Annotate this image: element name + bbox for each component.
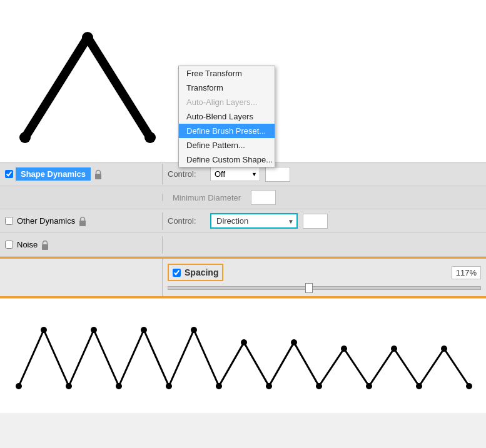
bottom-canvas (0, 298, 486, 413)
svg-point-24 (416, 383, 422, 389)
spacing-inner: Spacing 117% (0, 259, 486, 296)
spacing-slider-thumb[interactable] (305, 283, 313, 293)
shape-dynamics-label: Shape Dynamics (21, 169, 86, 179)
other-dynamics-left: Other Dynamics (0, 212, 163, 230)
min-diameter-input[interactable] (251, 190, 276, 205)
svg-point-16 (216, 383, 222, 389)
svg-point-19 (291, 339, 297, 346)
min-diameter-label: Minimum Diameter (168, 191, 246, 205)
spacing-left-panel (0, 259, 163, 296)
shape-dynamics-lock-icon (93, 169, 103, 179)
context-menu: Free Transform Transform Auto-Align Laye… (178, 66, 275, 167)
svg-point-11 (91, 327, 97, 333)
svg-point-21 (341, 346, 347, 352)
noise-right (163, 241, 486, 249)
spacing-slider-track (168, 286, 481, 290)
svg-rect-6 (79, 221, 86, 226)
control-top-label: Control: (168, 169, 205, 179)
svg-point-14 (166, 383, 172, 389)
svg-point-4 (144, 132, 156, 143)
svg-point-15 (191, 327, 197, 333)
spacing-section: Spacing 117% (0, 257, 486, 298)
spacing-slider-container (168, 286, 481, 290)
svg-point-20 (316, 383, 322, 389)
svg-point-3 (82, 32, 93, 43)
other-dynamics-checkbox[interactable] (5, 217, 13, 225)
noise-label: Noise (17, 240, 38, 249)
brush-panel: Shape Dynamics Control: Off ▼ Minimum Di… (0, 162, 486, 257)
control-top-dropdown[interactable]: Off ▼ (210, 167, 260, 181)
shape-dynamics-checkbox[interactable] (5, 170, 13, 178)
svg-point-10 (66, 383, 72, 389)
other-dynamics-right: Control: Direction ▼ (163, 209, 486, 232)
control-top-input[interactable] (265, 167, 290, 182)
menu-item-define-shape[interactable]: Define Custom Shape... (179, 152, 275, 167)
noise-row: Noise (0, 233, 486, 257)
spacing-checkbox[interactable] (173, 269, 181, 277)
svg-point-17 (241, 339, 247, 346)
spacing-header: Spacing 117% (168, 264, 481, 281)
svg-point-12 (116, 383, 122, 389)
svg-point-18 (266, 383, 272, 389)
spacing-value: 117% (452, 266, 481, 279)
svg-rect-5 (95, 174, 101, 179)
menu-item-define-brush[interactable]: Define Brush Preset... (179, 124, 275, 138)
control-direction-dropdown[interactable]: Direction ▼ (210, 213, 298, 229)
menu-item-define-pattern[interactable]: Define Pattern... (179, 138, 275, 152)
control-direction-input[interactable] (303, 214, 328, 229)
svg-point-13 (141, 327, 147, 333)
menu-item-auto-align[interactable]: Auto-Align Layers... (179, 95, 275, 109)
brush-preview-svg (0, 299, 486, 411)
menu-item-transform[interactable]: Transform (179, 81, 275, 95)
svg-point-26 (466, 383, 472, 389)
shape-dynamics-button[interactable]: Shape Dynamics (16, 167, 91, 181)
svg-point-9 (41, 327, 47, 333)
spacing-label: Spacing (185, 267, 218, 277)
menu-item-free-transform[interactable]: Free Transform (179, 66, 275, 81)
noise-lock-icon (40, 240, 50, 250)
brush-shape-svg (13, 12, 163, 150)
menu-item-auto-blend[interactable]: Auto-Blend Layers (179, 109, 275, 124)
top-canvas: Free Transform Transform Auto-Align Laye… (0, 0, 486, 162)
svg-line-0 (25, 37, 88, 137)
svg-point-22 (366, 383, 372, 389)
svg-point-2 (19, 132, 31, 143)
min-diameter-row: Minimum Diameter (0, 186, 486, 209)
svg-line-1 (88, 37, 150, 137)
svg-rect-7 (42, 244, 48, 250)
control-bottom-label: Control: (168, 216, 205, 226)
control-direction-value: Direction (216, 216, 248, 226)
other-dynamics-row: Other Dynamics Control: Direction ▼ (0, 209, 486, 233)
other-dynamics-lock-icon (78, 216, 88, 226)
min-diameter-right: Minimum Diameter (163, 186, 486, 209)
control-top-value: Off (215, 169, 225, 179)
spacing-checkbox-container: Spacing (168, 264, 223, 281)
svg-point-8 (16, 383, 22, 389)
min-diameter-left (0, 194, 163, 201)
spacing-right-panel: Spacing 117% (163, 259, 486, 296)
noise-checkbox[interactable] (5, 241, 13, 249)
noise-left: Noise (0, 236, 163, 254)
other-dynamics-label: Other Dynamics (17, 216, 75, 226)
svg-point-25 (441, 346, 447, 352)
svg-point-23 (391, 346, 397, 352)
shape-dynamics-left: Shape Dynamics (0, 164, 163, 184)
